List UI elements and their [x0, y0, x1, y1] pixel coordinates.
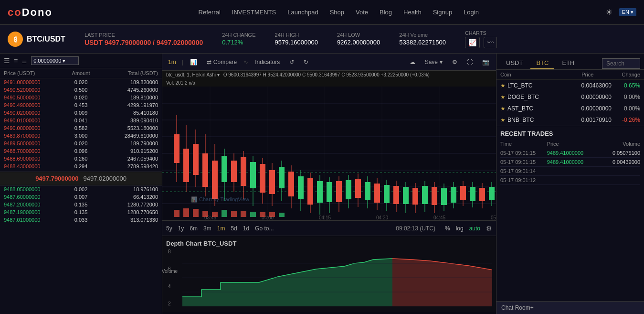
table-row[interactable]: 9487.010000000.033313.071330	[0, 216, 162, 224]
svg-rect-68	[403, 187, 409, 204]
footer-3m[interactable]: 3m	[203, 225, 211, 232]
footer-6m[interactable]: 6m	[190, 225, 198, 232]
chart-type-btn[interactable]: 📊	[187, 58, 200, 66]
main-content: ☰ ≡ ≣ Price (USDT) Amount Total (USDT) 9…	[0, 54, 644, 314]
footer-5d[interactable]: 5d	[231, 225, 237, 232]
line-chart-button[interactable]: 📈	[465, 37, 480, 48]
candlestick-chart: 9580.000000 9570.000000 9560.000000 9550…	[162, 87, 496, 220]
ob-sells-icon[interactable]: ≡	[14, 57, 18, 65]
footer-1y[interactable]: 1y	[178, 225, 184, 232]
last-price-label: LAST PRICE	[84, 32, 203, 38]
svg-text:📊 Chart by TradingView: 📊 Chart by TradingView	[191, 196, 249, 203]
undo-btn[interactable]: ↺	[286, 58, 297, 66]
footer-5y[interactable]: 5y	[166, 225, 172, 232]
nav-login[interactable]: Login	[464, 9, 479, 16]
svg-rect-124	[250, 212, 256, 217]
settings-btn[interactable]: ⚙	[449, 58, 460, 66]
redo-btn[interactable]: ↻	[301, 58, 311, 66]
nav-signup[interactable]: Signup	[433, 9, 452, 16]
footer-log[interactable]: log	[456, 225, 464, 232]
camera-btn[interactable]: 📷	[479, 58, 492, 66]
language-selector[interactable]: EN ▾	[619, 8, 636, 16]
svg-rect-28	[212, 161, 218, 199]
table-row[interactable]: 9490.500000000.020189.810000	[0, 94, 162, 101]
rt-header-time: Time	[500, 141, 547, 147]
svg-rect-44	[288, 172, 294, 196]
indicators-btn[interactable]: Indicators	[252, 58, 283, 66]
coin-name: BNB_BTC	[507, 117, 560, 123]
list-item[interactable]: ★ BNB_BTC 0.00170910 -0.26%	[496, 114, 644, 126]
timeframe-1m[interactable]: 1m	[166, 58, 178, 66]
table-row[interactable]: 9487.200000000.1351280.772000	[0, 201, 162, 208]
nav-blog[interactable]: Blog	[380, 9, 392, 16]
table-row[interactable]: 9488.690000000.2602467.059400	[0, 155, 162, 162]
table-row[interactable]: 9487.600000000.00766.413200	[0, 193, 162, 201]
nav-launchpad[interactable]: Launchpad	[287, 9, 318, 16]
list-item[interactable]: ★ LTC_BTC 0.00463000 0.65%	[496, 80, 644, 91]
table-row[interactable]: 9489.870000003.00028469.610000	[0, 132, 162, 140]
rt-price: 9489.41000000	[547, 159, 594, 165]
candle-chart-button[interactable]: 〰	[484, 37, 497, 48]
table-row[interactable]: 9490.000000000.5825523.180000	[0, 124, 162, 132]
chart-toolbar: 1m | 📊 ⇄ Compare ∿ Indicators ↺ ↻ ☁ Save…	[162, 54, 496, 71]
rt-volume	[593, 168, 640, 174]
chat-room-button[interactable]: Chat Room+	[496, 301, 644, 314]
table-row[interactable]: 9490.020000000.00985.410180	[0, 109, 162, 117]
footer-settings-icon[interactable]: ⚙	[486, 225, 492, 232]
compare-btn[interactable]: ⇄ Compare	[204, 58, 240, 66]
tab-btc[interactable]: BTC	[530, 57, 554, 69]
list-item[interactable]: ★ DOGE_BTC 0.00000000 0.00%	[496, 91, 644, 103]
pair-name: BTC/USDT	[27, 35, 65, 43]
svg-text:04:45: 04:45	[433, 215, 445, 220]
tab-usdt[interactable]: USDT	[500, 57, 528, 69]
footer-1d[interactable]: 1d	[243, 225, 249, 232]
svg-rect-123	[241, 211, 246, 217]
table-row: 05-17 09:01:12	[500, 176, 640, 185]
svg-rect-74	[432, 187, 437, 205]
svg-rect-66	[393, 186, 399, 204]
cloud-icon[interactable]: ☁	[407, 58, 418, 66]
footer-auto[interactable]: auto	[469, 225, 480, 232]
svg-rect-40	[269, 170, 275, 194]
rt-price	[547, 177, 594, 183]
nav-shop[interactable]: Shop	[330, 9, 344, 16]
ob-buys-icon[interactable]: ≣	[21, 57, 27, 65]
ob-list-icon[interactable]: ☰	[4, 57, 10, 65]
nav-referral[interactable]: Referral	[199, 9, 221, 16]
right-panel: USDT BTC ETH Coin Price Change ★ LTC_BTC…	[496, 54, 644, 314]
table-row[interactable]: 9487.190000000.1351280.770650	[0, 208, 162, 216]
nav-vote[interactable]: Vote	[356, 9, 368, 16]
coin-search-input[interactable]	[602, 58, 640, 69]
ob-decimal-input[interactable]	[31, 56, 79, 65]
table-row[interactable]: 9491.000000000.020189.820000	[0, 78, 162, 86]
table-row[interactable]: 9488.050000000.00218.976100	[0, 185, 162, 193]
footer-goto[interactable]: Go to...	[255, 225, 274, 232]
low-label: 24H LOW	[337, 32, 380, 38]
table-row[interactable]: 9488.700000000.096910.915200	[0, 147, 162, 155]
svg-rect-32	[231, 161, 237, 182]
table-row[interactable]: 9488.430000000.2942789.598420	[0, 162, 162, 170]
charts-section: CHARTS 📈 〰	[465, 30, 497, 48]
table-row[interactable]: 9490.520000000.5004745.260000	[0, 86, 162, 94]
chart-vol-info: Vol: 201 2 n/a	[166, 80, 195, 86]
footer-1m[interactable]: 1m	[217, 225, 225, 232]
fullscreen-btn[interactable]: ⛶	[464, 58, 475, 66]
table-row[interactable]: 9490.490000000.4534299.191970	[0, 101, 162, 109]
table-row[interactable]: 9490.010000000.041389.090410	[0, 117, 162, 124]
recent-trades: RECENT TRADES Time Price Volume 05-17 09…	[496, 126, 644, 301]
svg-rect-84	[479, 188, 485, 201]
theme-icon[interactable]: ☀	[606, 8, 612, 17]
tab-eth[interactable]: ETH	[556, 57, 580, 69]
volume-section: 24H Volume 53382.62271500	[399, 32, 446, 46]
rt-time: 05-17 09:01:15	[500, 150, 547, 156]
nav-investments[interactable]: INVESTMENTS	[232, 9, 276, 16]
list-item[interactable]: ★ AST_BTC 0.00000000 0.00%	[496, 103, 644, 114]
nav-health[interactable]: Health	[403, 9, 422, 16]
ob-mid-price: 9497.79000000 9497.02000000	[0, 172, 162, 185]
save-btn[interactable]: Save ▾	[422, 58, 445, 66]
table-row[interactable]: 9489.500000000.020189.790000	[0, 140, 162, 147]
footer-percent[interactable]: %	[445, 225, 450, 232]
rt-volume	[593, 177, 640, 183]
table-row: 05-17 09:01:15 9489.41000000 0.05075100	[500, 149, 640, 158]
chart-ohlcv: O 9600.31643997 H 9524.42000000 C 9500.3…	[223, 72, 430, 77]
